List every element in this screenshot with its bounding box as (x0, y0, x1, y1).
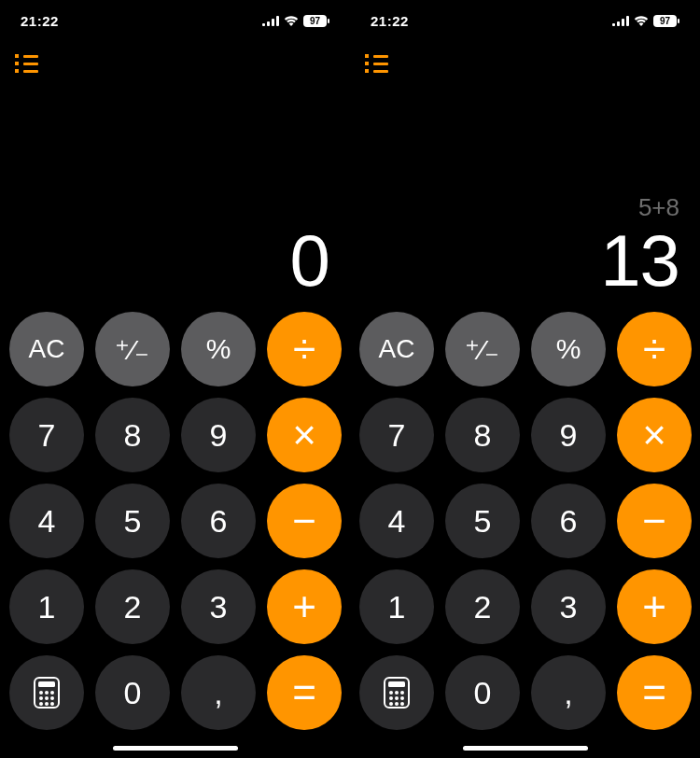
svg-point-14 (50, 696, 54, 700)
svg-point-31 (395, 696, 399, 700)
equals-button[interactable]: = (267, 655, 342, 730)
digit-4-button[interactable]: 4 (359, 484, 434, 558)
digit-3-button[interactable]: 3 (531, 569, 606, 644)
digit-8-button[interactable]: 8 (95, 398, 170, 472)
svg-point-27 (389, 691, 393, 695)
home-indicator[interactable] (463, 746, 588, 751)
svg-point-13 (45, 696, 49, 700)
status-time: 21:22 (21, 13, 59, 29)
svg-point-10 (45, 691, 49, 695)
status-indicators: 97 (612, 15, 679, 27)
calculator-screen-left: 21:22 97 0 AC ⁺∕₋ % ÷ 7 8 9 × 4 5 (0, 0, 350, 758)
svg-rect-8 (38, 681, 55, 687)
home-indicator[interactable] (113, 746, 238, 751)
calculator-icon (384, 677, 410, 709)
keypad: AC ⁺∕₋ % ÷ 7 8 9 × 4 5 6 − 1 2 3 + 0 , = (0, 306, 350, 758)
digit-2-button[interactable]: 2 (95, 569, 170, 644)
svg-text:97: 97 (310, 16, 321, 26)
sign-toggle-button[interactable]: ⁺∕₋ (445, 312, 520, 386)
svg-point-29 (400, 691, 404, 695)
status-bar: 21:22 97 (350, 0, 700, 41)
multiply-button[interactable]: × (617, 398, 692, 472)
battery-icon: 97 (653, 15, 679, 27)
digit-9-button[interactable]: 9 (531, 398, 606, 472)
history-button[interactable] (365, 54, 389, 73)
svg-text:97: 97 (660, 16, 671, 26)
plus-button[interactable]: + (617, 569, 692, 644)
decimal-button[interactable]: , (531, 655, 606, 730)
digit-1-button[interactable]: 1 (9, 569, 84, 644)
svg-rect-0 (262, 23, 265, 26)
svg-point-17 (50, 702, 54, 706)
digit-5-button[interactable]: 5 (445, 484, 520, 558)
svg-rect-3 (276, 16, 279, 26)
digit-7-button[interactable]: 7 (9, 398, 84, 472)
svg-point-32 (400, 696, 404, 700)
history-button[interactable] (15, 54, 39, 73)
cellular-signal-icon (612, 16, 629, 26)
divide-button[interactable]: ÷ (267, 312, 342, 386)
display-area: 5+8 13 (350, 41, 700, 306)
svg-point-35 (400, 702, 404, 706)
svg-point-28 (395, 691, 399, 695)
digit-4-button[interactable]: 4 (9, 484, 84, 558)
result-display: 13 (600, 224, 679, 297)
clear-button[interactable]: AC (359, 312, 434, 386)
calculator-mode-button[interactable] (359, 655, 434, 730)
sign-toggle-button[interactable]: ⁺∕₋ (95, 312, 170, 386)
digit-7-button[interactable]: 7 (359, 398, 434, 472)
svg-rect-21 (626, 16, 629, 26)
minus-button[interactable]: − (267, 484, 342, 558)
battery-icon: 97 (303, 15, 329, 27)
digit-3-button[interactable]: 3 (181, 569, 256, 644)
clear-button[interactable]: AC (9, 312, 84, 386)
calculator-icon (34, 677, 60, 709)
svg-point-12 (39, 696, 43, 700)
result-display: 0 (290, 224, 329, 297)
svg-rect-19 (617, 21, 620, 26)
svg-rect-18 (612, 23, 615, 26)
wifi-icon (284, 15, 299, 26)
digit-2-button[interactable]: 2 (445, 569, 520, 644)
svg-point-33 (389, 702, 393, 706)
expression-display: 5+8 (638, 193, 679, 222)
status-time: 21:22 (371, 13, 409, 29)
calculator-screen-right: 21:22 97 5+8 13 AC ⁺∕₋ % ÷ 7 8 9 × 4 (350, 0, 700, 758)
cellular-signal-icon (262, 16, 279, 26)
plus-button[interactable]: + (267, 569, 342, 644)
svg-point-34 (395, 702, 399, 706)
calculator-mode-button[interactable] (9, 655, 84, 730)
decimal-button[interactable]: , (181, 655, 256, 730)
equals-button[interactable]: = (617, 655, 692, 730)
svg-rect-20 (622, 19, 624, 26)
digit-0-button[interactable]: 0 (95, 655, 170, 730)
digit-9-button[interactable]: 9 (181, 398, 256, 472)
svg-point-9 (39, 691, 43, 695)
svg-rect-5 (328, 19, 329, 23)
status-bar: 21:22 97 (0, 0, 350, 41)
status-indicators: 97 (262, 15, 329, 27)
svg-rect-1 (267, 21, 270, 26)
wifi-icon (634, 15, 649, 26)
svg-point-16 (45, 702, 49, 706)
digit-0-button[interactable]: 0 (445, 655, 520, 730)
percent-button[interactable]: % (531, 312, 606, 386)
minus-button[interactable]: − (617, 484, 692, 558)
keypad: AC ⁺∕₋ % ÷ 7 8 9 × 4 5 6 − 1 2 3 + 0 , = (350, 306, 700, 758)
svg-rect-26 (388, 681, 405, 687)
digit-6-button[interactable]: 6 (181, 484, 256, 558)
digit-6-button[interactable]: 6 (531, 484, 606, 558)
svg-rect-2 (272, 19, 274, 26)
display-area: 0 (0, 41, 350, 306)
multiply-button[interactable]: × (267, 398, 342, 472)
svg-point-30 (389, 696, 393, 700)
digit-1-button[interactable]: 1 (359, 569, 434, 644)
divide-button[interactable]: ÷ (617, 312, 692, 386)
digit-5-button[interactable]: 5 (95, 484, 170, 558)
percent-button[interactable]: % (181, 312, 256, 386)
svg-point-11 (50, 691, 54, 695)
svg-point-15 (39, 702, 43, 706)
svg-rect-23 (678, 19, 679, 23)
digit-8-button[interactable]: 8 (445, 398, 520, 472)
